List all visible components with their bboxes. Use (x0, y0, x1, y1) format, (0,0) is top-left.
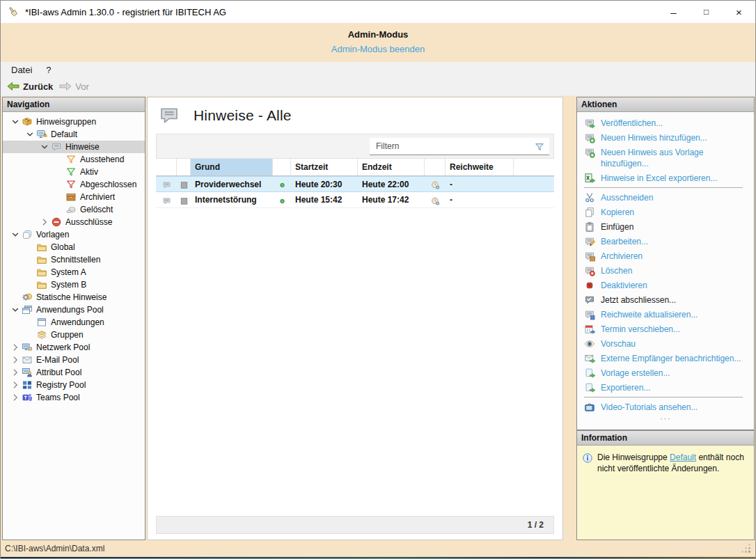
admin-mode-title: Admin-Modus (1, 29, 755, 40)
chevron-spacer (24, 317, 36, 328)
tree-item-global[interactable]: Global (3, 241, 145, 253)
column-header-icon-3[interactable] (273, 159, 291, 175)
tree-item-archiviert[interactable]: Archiviert (3, 191, 145, 203)
tree-item-gruppen[interactable]: Gruppen (3, 329, 145, 341)
action-termin-verschieben[interactable]: Termin verschieben... (581, 322, 751, 336)
column-header-endzeit[interactable]: Endzeit (358, 159, 425, 175)
status-square-icon (180, 180, 189, 189)
action-label: Veröffentlichen... (601, 118, 748, 129)
tree-item-teams-pool[interactable]: Teams Pool (3, 391, 145, 404)
column-header-icon-6[interactable] (425, 159, 446, 175)
tree-item-netzwerk-pool[interactable]: Netzwerk Pool (3, 341, 145, 354)
action-hinweise-in-excel-exportieren[interactable]: Hinweise in Excel exportieren... (581, 171, 751, 185)
page-title: Hinweise - Alle (194, 107, 292, 124)
funnel-active-icon (65, 166, 77, 178)
action-ausschneiden[interactable]: Ausschneiden (581, 190, 751, 205)
deleted-icon (65, 204, 77, 215)
action-ver-ffentlichen[interactable]: Veröffentlichen... (581, 116, 751, 130)
action-label: Archivieren (601, 251, 748, 262)
tree-item-label: Gelöscht (80, 205, 113, 214)
chevron-spacer (24, 329, 36, 340)
action-jetzt-abschliessen[interactable]: Jetzt abschliessen... (581, 292, 751, 307)
chevron-right-icon[interactable] (10, 354, 21, 365)
menu-item-datei[interactable]: Datei (4, 65, 39, 75)
admin-mode-exit-link[interactable]: Admin-Modus beenden (1, 44, 755, 54)
tree-item-schnittstellen[interactable]: Schnittstellen (3, 253, 145, 266)
action-l-schen[interactable]: Löschen (581, 263, 751, 278)
action-label: Externe Empfänger benachrichtigen... (601, 353, 748, 364)
tree-item-system-b[interactable]: System B (3, 278, 145, 291)
tree-item-attribut-pool[interactable]: Attribut Pool (3, 366, 145, 379)
back-button-label: Zurück (23, 81, 53, 92)
chevron-down-icon[interactable] (10, 116, 21, 127)
chevron-right-icon[interactable] (10, 392, 21, 403)
hints-page-icon (156, 104, 182, 127)
action-label: Einfügen (601, 221, 748, 233)
tree-item-system-a[interactable]: System A (3, 266, 145, 278)
action-label: Reichweite aktualisieren... (601, 309, 748, 320)
action-neuen-hinweis-hinzuf-gen[interactable]: Neuen Hinweis hinzufügen... (581, 130, 751, 145)
chevron-right-icon[interactable] (10, 367, 21, 378)
tree-item-gel-scht[interactable]: Gelöscht (3, 203, 145, 216)
chevron-down-icon[interactable] (39, 141, 50, 152)
tree-item-abgeschlossen[interactable]: Abgeschlossen (3, 178, 145, 191)
resize-grip[interactable] (741, 544, 751, 553)
active-dot-icon (278, 180, 287, 189)
tree-item-anwendungs-pool[interactable]: Anwendungs Pool (3, 304, 145, 316)
action-archivieren[interactable]: Archivieren (581, 249, 751, 263)
column-header-reichweite[interactable]: Reichweite (446, 159, 514, 175)
tree-item-label: Registry Pool (36, 380, 86, 390)
back-arrow-icon (7, 81, 19, 92)
tree-item-ausstehend[interactable]: Ausstehend (3, 153, 145, 166)
tree-item-vorlagen[interactable]: Vorlagen (3, 228, 145, 241)
chevron-spacer (54, 166, 65, 178)
status-file-path: C:\IBI-aws\Admin\Data.xml (5, 544, 104, 553)
forward-button[interactable]: Vor (59, 81, 89, 92)
minimize-button[interactable]: – (657, 1, 690, 23)
hint-groups-icon (22, 116, 33, 127)
action-einf-gen[interactable]: Einfügen (581, 219, 751, 234)
chevron-right-icon[interactable] (39, 216, 50, 228)
tree-item-hinweisgruppen[interactable]: Hinweisgruppen (3, 116, 145, 128)
tree-item-default[interactable]: Default (3, 128, 145, 141)
chevron-down-icon[interactable] (10, 229, 21, 240)
action-neuen-hinweis-aus-vorlage-hinzuf-gen[interactable]: Neuen Hinweis aus Vorlage hinzufügen... (581, 145, 751, 171)
action-externe-empf-nger-benachrichtigen[interactable]: Externe Empfänger benachrichtigen... (581, 351, 751, 365)
action-reichweite-aktualisieren[interactable]: Reichweite aktualisieren... (581, 307, 751, 322)
tree-item-aktiv[interactable]: Aktiv (3, 166, 145, 178)
action-bearbeiten[interactable]: Bearbeiten... (581, 234, 751, 249)
tree-item-ausschl-sse[interactable]: Ausschlüsse (3, 216, 145, 228)
funnel-completed-icon (65, 179, 77, 190)
chevron-right-icon[interactable] (10, 379, 21, 391)
menu-item-[interactable]: ? (39, 65, 58, 75)
filter-funnel-icon[interactable] (534, 141, 545, 152)
close-button[interactable]: × (723, 1, 755, 23)
tree-item-hinweise[interactable]: Hinweise (3, 141, 145, 153)
action-exportieren[interactable]: Exportieren... (581, 380, 751, 395)
action-vorlage-erstellen[interactable]: Vorlage erstellen... (581, 365, 751, 380)
table-row-providerwechsel[interactable]: ProviderwechselHeute 20:30Heute 22:00- (156, 176, 554, 192)
action-deaktivieren[interactable]: Deaktivieren (581, 278, 751, 292)
tree-item-anwendungen[interactable]: Anwendungen (3, 316, 145, 329)
filter-input[interactable] (370, 138, 549, 155)
column-header-icon-1[interactable] (177, 159, 191, 175)
action-video-tutorials-ansehen[interactable]: Video-Tutorials ansehen... (581, 400, 751, 414)
tree-item-registry-pool[interactable]: Registry Pool (3, 379, 145, 391)
tree-item-e-mail-pool[interactable]: E-Mail Pool (3, 354, 145, 366)
action-kopieren[interactable]: Kopieren (581, 205, 751, 219)
column-header-icon-0[interactable] (156, 159, 177, 175)
maximize-button[interactable]: □ (690, 1, 723, 23)
cell-active-dot-icon (273, 192, 291, 207)
chevron-down-icon[interactable] (10, 304, 21, 315)
table-row-internetst-rung[interactable]: InternetstörungHeute 15:42Heute 17:42- (156, 192, 554, 208)
action-vorschau[interactable]: Vorschau (581, 336, 751, 351)
chevron-down-icon[interactable] (24, 129, 36, 140)
back-button[interactable]: Zurück (7, 81, 53, 92)
default-group-link[interactable]: Default (670, 452, 696, 462)
actions-separator (584, 187, 743, 188)
tree-item-statische-hinweise[interactable]: Statische Hinweise (3, 291, 145, 304)
chevron-right-icon[interactable] (10, 342, 21, 353)
column-header-startzeit[interactable]: Startzeit (291, 159, 358, 175)
column-header-grund[interactable]: Grund (191, 159, 273, 175)
archive-box-icon (65, 191, 77, 203)
